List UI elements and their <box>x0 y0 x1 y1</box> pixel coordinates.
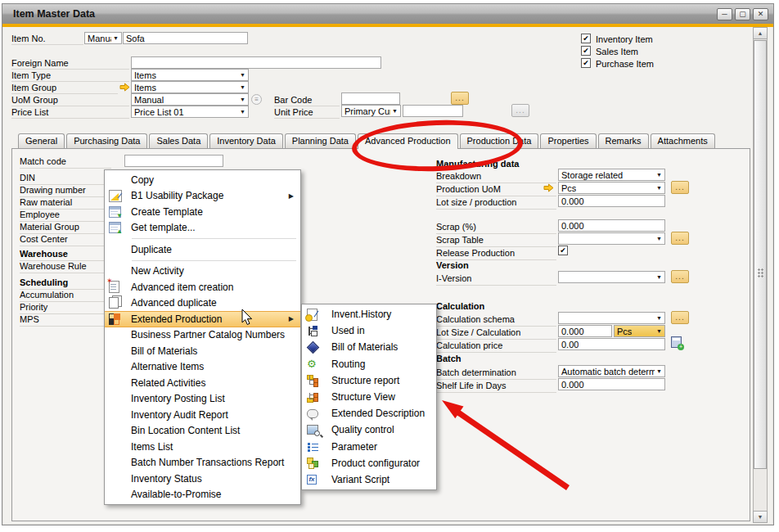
submenu-item-structure-report[interactable]: Structure report <box>302 372 436 389</box>
warehouse-rule-label: Warehouse Rule <box>20 261 111 273</box>
scroll-up-button[interactable]: ▲ <box>753 27 768 39</box>
calculation-price-input[interactable]: 0.00 <box>558 338 665 350</box>
i-version-browse-button[interactable]: ... <box>671 270 689 283</box>
bar-code-browse-button[interactable]: ... <box>451 92 469 105</box>
close-button[interactable]: ✕ <box>753 8 768 20</box>
menu-item-related-activities[interactable]: Related Activities <box>105 375 300 391</box>
production-uom-select[interactable]: Pcs▼ <box>558 182 665 194</box>
menu-item-extended-production[interactable]: Extended Production ▶ <box>105 311 300 327</box>
scrap-table-browse-button[interactable]: ... <box>671 232 689 245</box>
shelf-life-input[interactable]: 0.000 <box>558 378 665 390</box>
foreign-name-input[interactable] <box>131 56 381 69</box>
lot-size-calculation-input[interactable]: 0.000 <box>558 325 612 337</box>
unit-price-browse-button[interactable]: ... <box>511 104 529 117</box>
submenu-item-quality-control[interactable]: Quality control <box>302 422 436 438</box>
calculation-price-label: Calculation price <box>436 340 556 353</box>
release-production-checkbox[interactable]: ✔ <box>558 246 568 255</box>
item-group-select[interactable]: Items▼ <box>131 81 249 93</box>
unit-price-input[interactable] <box>403 105 463 117</box>
menu-item-available-to-promise[interactable]: Available-to-Promise <box>105 487 300 503</box>
tab-attachments[interactable]: Attachments <box>651 133 715 148</box>
batch-determination-select[interactable]: Automatic batch determina▼ <box>558 365 665 377</box>
tab-general[interactable]: General <box>18 133 65 148</box>
minimize-button[interactable]: ─ <box>717 8 732 20</box>
tab-properties[interactable]: Properties <box>540 133 596 148</box>
menu-item-b1-usability-package[interactable]: B1 Usability Package ▶ <box>105 188 300 205</box>
scroll-down-button[interactable]: ▼ <box>753 511 768 523</box>
structure-view-icon <box>307 392 317 403</box>
menu-item-alternative-items[interactable]: Alternative Items <box>105 359 300 376</box>
lot-size-production-input[interactable]: 0.000 <box>558 195 665 207</box>
invent-history-icon <box>307 309 317 321</box>
item-type-select[interactable]: Items▼ <box>131 69 249 81</box>
menu-item-inventory-status[interactable]: Inventory Status <box>105 471 300 487</box>
menu-item-batch-number-transactions-report[interactable]: Batch Number Transactions Report <box>105 455 300 471</box>
tab-remarks[interactable]: Remarks <box>598 133 649 148</box>
breakdown-select[interactable]: Storage related▼ <box>558 169 665 181</box>
bar-code-label: Bar Code <box>274 95 340 106</box>
purchase-item-checkbox[interactable]: ✔ <box>581 58 591 68</box>
maximize-button[interactable]: ▢ <box>735 8 750 20</box>
uom-definition-icon[interactable]: ≡ <box>251 94 262 105</box>
sales-item-checkbox[interactable]: ✔ <box>581 46 591 56</box>
item-no-type-select[interactable]: Manual▼ <box>84 32 122 44</box>
tab-purchasing-data[interactable]: Purchasing Data <box>66 133 147 148</box>
production-uom-browse-button[interactable]: ... <box>671 181 689 194</box>
inventory-item-checkbox[interactable]: ✔ <box>581 34 591 43</box>
used-in-icon <box>307 326 318 336</box>
menu-item-inventory-audit-report[interactable]: Inventory Audit Report <box>105 407 300 423</box>
scrap-table-select[interactable]: ▼ <box>558 232 665 245</box>
scrap-pct-label: Scrap (%) <box>436 222 556 234</box>
submenu-item-parameter[interactable]: Parameter <box>302 439 436 455</box>
menu-separator <box>132 260 296 261</box>
menu-item-copy[interactable]: Copy <box>105 172 300 188</box>
tab-planning-data[interactable]: Planning Data <box>285 133 356 148</box>
scrollbar-thumb[interactable] <box>754 40 767 469</box>
menu-item-get-template[interactable]: ▲ Get template... <box>105 220 300 237</box>
submenu-item-extended-description[interactable]: Extended Description <box>302 405 436 422</box>
submenu-item-variant-script[interactable]: fx Variant Script <box>302 471 436 488</box>
uom-group-select[interactable]: Manual▼ <box>131 93 249 106</box>
menu-item-new-activity[interactable]: New Activity <box>105 264 300 280</box>
submenu-item-routing[interactable]: ⚙ Routing <box>302 356 436 372</box>
dropdown-arrow-icon: ▼ <box>238 97 245 102</box>
submenu-item-product-configurator[interactable]: Product configurator <box>302 455 436 471</box>
scrollbar-grip <box>758 268 764 277</box>
item-no-input[interactable]: Sofa <box>123 32 248 44</box>
menu-item-bill-of-materials[interactable]: Bill of Materials <box>105 343 300 359</box>
unit-price-currency-select[interactable]: Primary Curre▼ <box>341 105 401 117</box>
lot-size-calculation-uom-select[interactable]: Pcs▼ <box>614 325 665 337</box>
dropdown-arrow-icon: ▼ <box>111 35 119 41</box>
scrap-pct-input[interactable]: 0.000 <box>558 219 665 232</box>
i-version-select[interactable]: ▼ <box>558 271 665 283</box>
link-arrow-icon[interactable] <box>119 83 130 92</box>
link-arrow-icon[interactable] <box>543 183 554 192</box>
priority-label: Priority <box>20 302 111 314</box>
uom-group-label: UoM Group <box>11 95 129 106</box>
price-list-select[interactable]: Price List 01▼ <box>131 106 249 118</box>
tab-sales-data[interactable]: Sales Data <box>149 133 208 148</box>
foreign-name-label: Foreign Name <box>11 58 129 70</box>
calculation-schema-browse-button[interactable]: ... <box>671 311 689 324</box>
submenu-item-invent-history[interactable]: Invent.History <box>302 306 436 322</box>
check-icon: ✔ <box>583 35 589 43</box>
submenu-item-bill-of-materials[interactable]: Bill of Materials <box>302 339 436 355</box>
calculation-schema-select[interactable]: ▼ <box>558 312 665 324</box>
menu-item-business-partner-catalog-numbers[interactable]: Business Partner Catalog Numbers <box>105 327 300 344</box>
scroll-up-icon: ▲ <box>758 30 763 36</box>
submenu-item-used-in[interactable]: Used in <box>302 322 436 339</box>
item-type-label: Item Type <box>11 70 129 82</box>
match-code-input[interactable] <box>124 155 223 167</box>
submenu-item-structure-view[interactable]: Structure View <box>302 389 436 405</box>
bar-code-input[interactable] <box>341 92 400 105</box>
menu-item-create-template[interactable]: ▼ Create Template <box>105 204 300 220</box>
menu-item-advanced-duplicate[interactable]: Advanced duplicate <box>105 295 300 312</box>
dropdown-arrow-icon: ▼ <box>390 108 398 114</box>
menu-item-bin-location-content-list[interactable]: Bin Location Content List <box>105 423 300 440</box>
menu-item-items-list[interactable]: Items List <box>105 439 300 455</box>
menu-item-advanced-item-creation[interactable]: ✶ Advanced item creation <box>105 279 300 295</box>
tab-inventory-data[interactable]: Inventory Data <box>209 133 283 148</box>
menu-item-duplicate[interactable]: Duplicate <box>105 241 300 258</box>
menu-item-inventory-posting-list[interactable]: Inventory Posting List <box>105 391 300 408</box>
calculate-price-icon[interactable]: + <box>671 336 682 348</box>
